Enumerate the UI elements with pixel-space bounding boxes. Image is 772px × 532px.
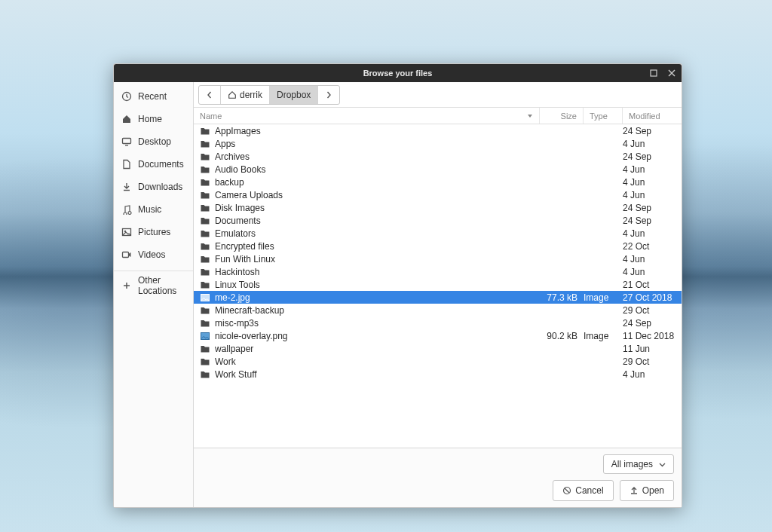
column-header-name[interactable]: Name [194,108,540,124]
file-row[interactable]: Audio Books4 Jun [194,163,682,176]
file-name: wallpaper [215,344,540,354]
home-icon [228,90,237,99]
sidebar-item-recent[interactable]: Recent [114,85,193,108]
file-chooser-dialog: Browse your files RecentHomeDesktopDocum… [113,63,682,508]
close-icon [668,69,676,77]
file-name: Hackintosh [215,267,540,277]
folder-icon [200,267,210,277]
folder-icon [200,164,210,175]
column-header-modified[interactable]: Modified [623,108,682,124]
sidebar-item-pictures[interactable]: Pictures [114,221,193,243]
svg-rect-2 [123,139,131,144]
file-row[interactable]: AppImages24 Sep [194,124,682,137]
file-row[interactable]: Work29 Oct [194,355,682,368]
file-modified: 21 Oct [623,280,682,290]
file-row[interactable]: Work Stuff4 Jun [194,368,682,381]
path-segment-label: derrik [240,90,262,100]
file-name: Camera Uploads [215,190,540,200]
file-name: Audio Books [215,164,540,175]
folder-icon [200,190,210,200]
file-modified: 4 Jun [623,254,682,264]
sidebar-item-label: Videos [138,249,165,260]
file-name: Apps [215,139,540,149]
clock-icon [121,91,132,102]
file-name: Archives [215,151,540,162]
file-name: Minecraft-backup [215,305,540,316]
folder-icon [200,280,210,290]
image-file-icon [200,331,210,341]
file-type: Image [584,292,623,303]
column-label: Modified [629,112,660,121]
path-segment-home[interactable]: derrik [221,86,270,104]
cancel-icon [562,486,571,495]
file-type-filter[interactable]: All images [603,454,674,474]
download-icon [121,182,132,192]
maximize-button[interactable] [647,66,660,80]
file-row[interactable]: Fun With Linux4 Jun [194,252,682,265]
file-row[interactable]: Camera Uploads4 Jun [194,188,682,201]
sidebar-item-other-locations[interactable]: Other Locations [114,271,193,296]
sidebar-item-documents[interactable]: Documents [114,153,193,176]
file-row[interactable]: Archives24 Sep [194,150,682,163]
file-row[interactable]: wallpaper11 Jun [194,342,682,355]
file-row[interactable]: Disk Images24 Sep [194,201,682,214]
path-segment-current[interactable]: Dropbox [270,86,318,104]
file-row[interactable]: misc-mp3s24 Sep [194,316,682,329]
file-row[interactable]: Linux Tools21 Oct [194,278,682,291]
footer: All images Cancel Open [194,448,682,507]
close-button[interactable] [665,66,679,80]
file-modified: 24 Sep [623,126,682,136]
path-back-button[interactable] [199,86,221,104]
column-header-type[interactable]: Type [584,108,623,124]
file-modified: 24 Sep [623,203,682,213]
file-name: misc-mp3s [215,318,540,329]
sidebar-item-label: Desktop [138,136,171,147]
file-modified: 24 Sep [623,216,682,226]
folder-icon [200,305,210,316]
file-size: 77.3 kB [540,292,584,303]
cancel-label: Cancel [575,485,603,496]
folder-icon [200,356,210,367]
folder-icon [200,203,210,213]
column-header-size[interactable]: Size [540,108,584,124]
file-row[interactable]: Emulators4 Jun [194,227,682,240]
file-modified: 29 Oct [623,356,682,367]
file-row[interactable]: Documents24 Sep [194,214,682,227]
sidebar-item-videos[interactable]: Videos [114,243,193,266]
file-list[interactable]: AppImages24 SepApps4 JunArchives24 SepAu… [194,124,682,448]
sort-indicator-icon [527,112,533,121]
sidebar-item-label: Other Locations [138,275,185,296]
sidebar-item-desktop[interactable]: Desktop [114,130,193,153]
file-type: Image [584,331,623,341]
sidebar-item-downloads[interactable]: Downloads [114,176,193,198]
file-row[interactable]: Minecraft-backup29 Oct [194,304,682,316]
file-modified: 4 Jun [623,228,682,239]
folder-icon [200,254,210,264]
file-name: Linux Tools [215,280,540,290]
sidebar-item-label: Downloads [138,182,182,192]
file-row[interactable]: Encrypted files22 Oct [194,240,682,252]
file-name: backup [215,177,540,188]
file-row[interactable]: me-2.jpg77.3 kBImage27 Oct 2018 [194,291,682,304]
folder-icon [200,139,210,149]
filter-label: All images [611,459,653,469]
file-name: Disk Images [215,203,540,213]
sidebar-item-label: Music [138,204,161,215]
file-row[interactable]: Hackintosh4 Jun [194,265,682,278]
path-forward-button[interactable] [318,86,339,104]
chevron-right-icon [325,91,332,99]
file-modified: 4 Jun [623,369,682,380]
open-button[interactable]: Open [620,480,674,501]
file-row[interactable]: backup4 Jun [194,176,682,188]
file-name: nicole-overlay.png [215,331,540,341]
sidebar-item-home[interactable]: Home [114,108,193,130]
file-row[interactable]: Apps4 Jun [194,137,682,150]
folder-icon [200,241,210,252]
column-label: Name [200,112,222,121]
titlebar: Browse your files [114,64,682,82]
sidebar-item-music[interactable]: Music [114,198,193,221]
file-name: Work [215,356,540,367]
cancel-button[interactable]: Cancel [553,480,613,501]
videos-icon [121,249,132,260]
file-row[interactable]: nicole-overlay.png90.2 kBImage11 Dec 201… [194,329,682,342]
